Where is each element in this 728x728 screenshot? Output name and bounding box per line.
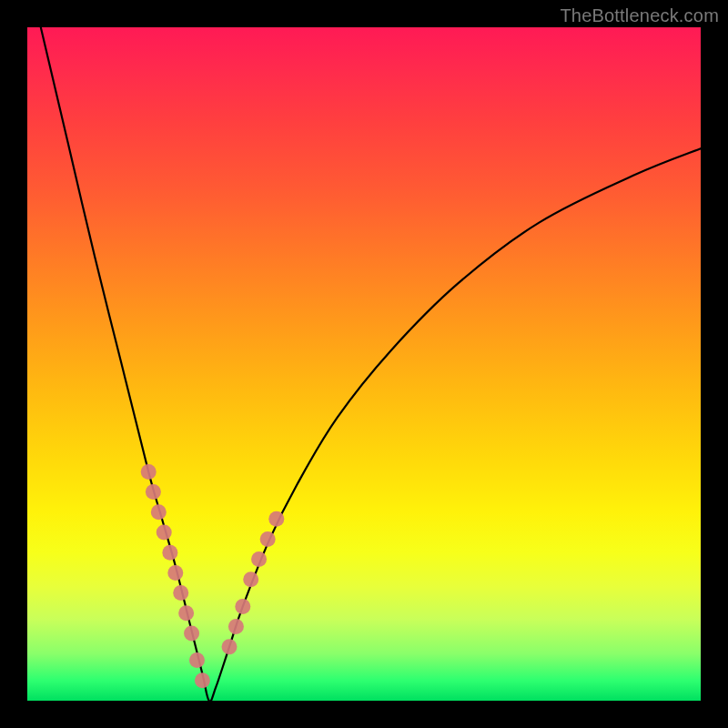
chart-frame: TheBottleneck.com [0, 0, 728, 728]
chart-svg [27, 27, 701, 701]
data-points [141, 464, 285, 688]
data-point [251, 551, 267, 567]
curve-path [41, 27, 701, 701]
data-point [222, 639, 238, 654]
data-point [167, 565, 183, 581]
data-point [228, 619, 244, 634]
data-point [173, 585, 188, 601]
data-point [243, 571, 258, 587]
data-point [235, 599, 250, 614]
data-point [195, 672, 210, 688]
data-point [260, 531, 276, 547]
data-point [141, 464, 157, 480]
data-point [178, 605, 194, 621]
bottleneck-curve [41, 27, 701, 701]
watermark-text: TheBottleneck.com [560, 5, 719, 26]
data-point [184, 626, 199, 642]
data-point [162, 545, 177, 561]
data-point [189, 652, 205, 668]
data-point [157, 525, 172, 541]
data-point [151, 504, 167, 520]
data-point [268, 511, 284, 527]
data-point [146, 484, 161, 500]
chart-plot-area [27, 27, 701, 701]
